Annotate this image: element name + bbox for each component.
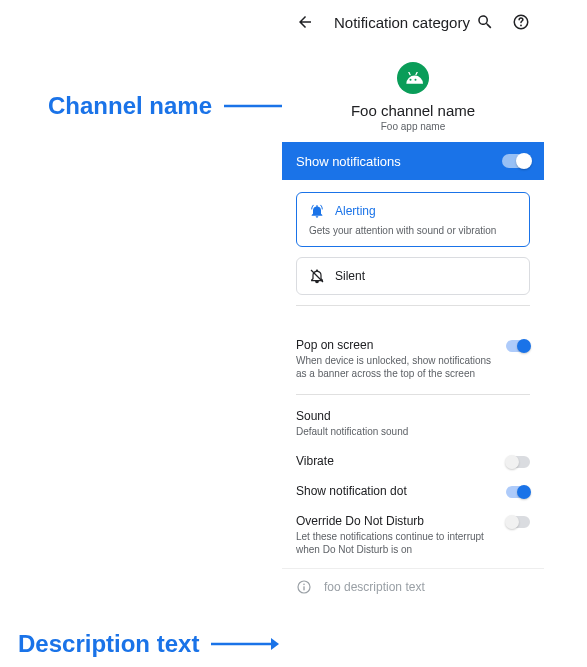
annotation-label: Description text (18, 630, 199, 658)
phone-frame: Notification category Foo channel name F… (282, 0, 544, 667)
arrow-right-icon (211, 636, 279, 652)
back-icon[interactable] (296, 13, 314, 31)
setting-vibrate[interactable]: Vibrate (296, 446, 530, 476)
setting-sound[interactable]: Sound Default notification sound (296, 401, 530, 446)
settings-list: Pop on screen When device is unlocked, s… (282, 330, 544, 564)
info-icon (296, 579, 312, 595)
setting-title: Sound (296, 409, 520, 423)
annotation-label: Channel name (48, 92, 212, 120)
setting-sub: When device is unlocked, show notificati… (296, 354, 496, 380)
setting-title: Show notification dot (296, 484, 496, 498)
description-text: foo description text (324, 580, 425, 594)
svg-marker-3 (271, 638, 279, 650)
android-icon (403, 72, 423, 84)
option-alerting-sub: Gets your attention with sound or vibrat… (309, 225, 517, 236)
divider (296, 305, 530, 306)
channel-name: Foo channel name (282, 102, 544, 119)
description-row: foo description text (282, 568, 544, 605)
app-icon-container (282, 62, 544, 94)
svg-rect-13 (303, 586, 304, 590)
app-icon (397, 62, 429, 94)
svg-point-9 (415, 79, 417, 81)
option-alerting[interactable]: Alerting Gets your attention with sound … (296, 192, 530, 247)
svg-line-6 (408, 72, 410, 75)
behavior-options: Alerting Gets your attention with sound … (282, 192, 544, 330)
show-dot-switch[interactable] (506, 486, 530, 498)
search-icon[interactable] (476, 13, 494, 31)
page-title: Notification category (334, 14, 476, 31)
setting-sub: Let these notifications continue to inte… (296, 530, 496, 556)
setting-show-dot[interactable]: Show notification dot (296, 476, 530, 506)
vibrate-switch[interactable] (506, 456, 530, 468)
annotation-channel-name: Channel name (48, 92, 302, 120)
app-name: Foo app name (282, 121, 544, 132)
setting-title: Vibrate (296, 454, 496, 468)
app-bar: Notification category (282, 0, 544, 44)
svg-line-7 (416, 72, 418, 75)
option-silent-label: Silent (335, 269, 365, 283)
option-alerting-label: Alerting (335, 204, 376, 218)
setting-sub: Default notification sound (296, 425, 520, 438)
bell-off-icon (309, 268, 325, 284)
svg-point-5 (520, 24, 522, 26)
setting-title: Override Do Not Disturb (296, 514, 496, 528)
divider (296, 394, 530, 395)
show-notifications-row[interactable]: Show notifications (282, 142, 544, 180)
bell-ring-icon (309, 203, 325, 219)
option-silent[interactable]: Silent (296, 257, 530, 295)
pop-on-screen-switch[interactable] (506, 340, 530, 352)
annotation-description-text: Description text (18, 630, 279, 658)
help-icon[interactable] (512, 13, 530, 31)
setting-pop-on-screen[interactable]: Pop on screen When device is unlocked, s… (296, 330, 530, 388)
svg-point-8 (410, 79, 412, 81)
override-dnd-switch[interactable] (506, 516, 530, 528)
setting-override-dnd[interactable]: Override Do Not Disturb Let these notifi… (296, 506, 530, 564)
show-notifications-label: Show notifications (296, 154, 502, 169)
show-notifications-switch[interactable] (502, 154, 530, 168)
setting-title: Pop on screen (296, 338, 496, 352)
svg-point-12 (303, 584, 305, 586)
